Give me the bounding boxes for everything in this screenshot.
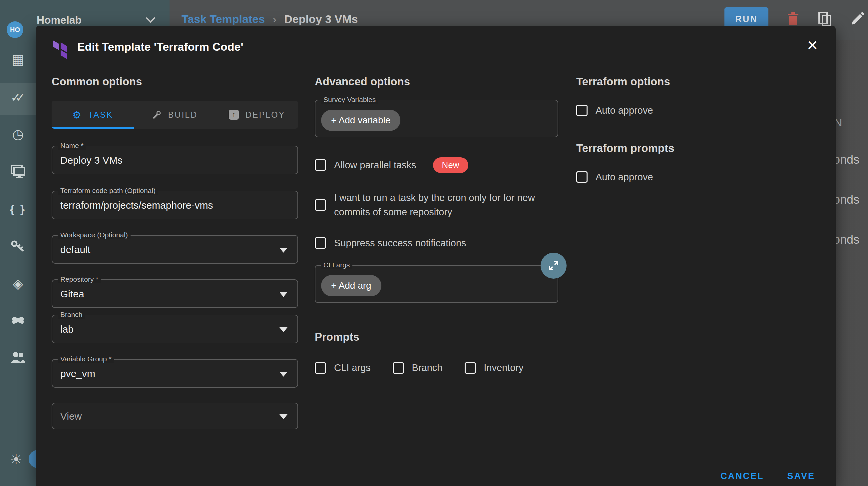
prompt-inventory-checkbox[interactable]: [465, 362, 476, 374]
theme-toggle[interactable]: ☀: [0, 451, 32, 468]
view-select[interactable]: View: [52, 403, 298, 429]
sidebar-item-schedule[interactable]: ◷: [0, 126, 36, 142]
sun-icon: ☀: [10, 451, 22, 468]
prompt-branch: Branch: [393, 361, 443, 375]
variable-group-select[interactable]: Variable Group * pve_vm: [52, 359, 298, 388]
prompt-cli-args: CLI args: [315, 361, 371, 375]
key-icon: [11, 240, 25, 254]
prompts-row: CLI args Branch Inventory: [315, 361, 558, 375]
breadcrumb-task-templates[interactable]: Task Templates: [182, 13, 265, 25]
code-path-field[interactable]: Terraform code path (Optional) terraform…: [52, 191, 298, 219]
workspace-select[interactable]: Workspace (Optional) default: [52, 235, 298, 264]
edit-template-dialog: Edit Template 'Terraform Code' ✕ Common …: [36, 26, 836, 486]
tf-prompt-auto-approve-row: Auto approve: [576, 170, 816, 184]
dropdown-caret-icon: [279, 327, 287, 332]
cron-commits-label: I want to run a task by the cron only fo…: [334, 191, 549, 219]
suppress-notifications-row: Suppress success notifications: [315, 236, 558, 250]
close-icon[interactable]: ✕: [804, 37, 821, 54]
table-row-fragment: onds: [833, 233, 859, 247]
sidebar-item-team[interactable]: [0, 349, 36, 365]
tab-build-label: BUILD: [168, 110, 198, 120]
branch-select[interactable]: Branch lab: [52, 315, 298, 343]
suppress-notifications-label: Suppress success notifications: [334, 236, 466, 250]
tf-prompt-auto-approve-checkbox[interactable]: [576, 171, 588, 183]
branch-select-value: lab: [60, 324, 73, 335]
breadcrumb: Task Templates › Deploy 3 VMs: [182, 13, 358, 26]
delete-icon[interactable]: [785, 11, 801, 27]
dialog-footer: CANCEL SAVE: [720, 471, 815, 481]
dropdown-caret-icon: [279, 372, 287, 377]
chevron-down-icon[interactable]: [147, 13, 155, 21]
tab-deploy[interactable]: ↑ DEPLOY: [216, 101, 298, 128]
template-type-tabs: ⚙ TASK BUILD ↑ DEPLOY: [52, 101, 298, 128]
tab-task-label: TASK: [88, 110, 113, 120]
suppress-notifications-checkbox[interactable]: [315, 237, 326, 249]
allow-parallel-checkbox[interactable]: [315, 159, 326, 171]
code-path-field-value: terraform/projects/semaphore-vms: [60, 200, 213, 211]
workspace-select-label: Workspace (Optional): [58, 231, 130, 239]
add-variable-button[interactable]: + Add variable: [321, 110, 400, 131]
dropdown-caret-icon: [279, 414, 287, 419]
name-field-value: Deploy 3 VMs: [60, 155, 123, 166]
prompt-inventory: Inventory: [465, 361, 524, 375]
prompt-cli-args-label: CLI args: [334, 361, 371, 375]
table-row-fragment: onds: [833, 153, 859, 167]
variable-group-select-value: pve_vm: [60, 368, 95, 379]
save-button[interactable]: SAVE: [787, 471, 815, 481]
name-field[interactable]: Name * Deploy 3 VMs: [52, 146, 298, 174]
repository-select-label: Repository *: [58, 275, 101, 283]
dialog-title: Edit Template 'Terraform Code': [77, 40, 244, 53]
sidebar-item-key-store[interactable]: [0, 239, 36, 255]
cli-args-fieldset: CLI args + Add arg: [315, 265, 558, 303]
survey-variables-legend: Survey Variables: [321, 96, 378, 104]
tab-build[interactable]: BUILD: [134, 101, 216, 128]
sidebar-item-variable-groups[interactable]: { }: [0, 201, 36, 217]
repository-select[interactable]: Repository * Gitea: [52, 279, 298, 308]
table-row-fragment: onds: [833, 193, 859, 207]
tf-auto-approve-row: Auto approve: [576, 103, 816, 117]
edit-icon[interactable]: [849, 11, 865, 27]
cron-commits-row: I want to run a task by the cron only fo…: [315, 190, 558, 220]
advanced-options-column: Advanced options Survey Variables + Add …: [315, 75, 558, 375]
code-path-field-label: Terraform code path (Optional): [58, 187, 158, 195]
copy-icon[interactable]: [817, 11, 833, 27]
breadcrumb-separator: ›: [268, 13, 281, 25]
terraform-options-column: Terraform options Auto approve Terraform…: [576, 75, 816, 184]
cancel-button[interactable]: CANCEL: [720, 471, 764, 481]
tf-prompt-auto-approve-label: Auto approve: [595, 170, 653, 184]
deploy-icon: ↑: [229, 110, 239, 120]
sidebar-item-dashboard[interactable]: ▦: [0, 51, 36, 67]
terraform-logo-icon: [53, 40, 68, 59]
advanced-options-heading: Advanced options: [315, 75, 558, 88]
tab-deploy-label: DEPLOY: [246, 110, 285, 120]
cron-commits-checkbox[interactable]: [315, 199, 326, 211]
project-avatar: HO: [7, 21, 23, 38]
common-options-column: Common options ⚙ TASK BUILD ↑ DEPLOY: [52, 75, 298, 429]
sidebar-item-repositories[interactable]: ◈: [0, 276, 36, 292]
app-root: HO Homelab ▦ ✓✓ ◷ { }: [0, 0, 868, 486]
breadcrumb-current: Deploy 3 VMs: [284, 13, 358, 25]
wrench-icon: [152, 110, 161, 119]
expand-editor-button[interactable]: [540, 253, 566, 279]
branch-select-label: Branch: [58, 311, 85, 319]
name-field-label: Name *: [58, 142, 86, 150]
add-arg-button[interactable]: + Add arg: [321, 275, 381, 296]
clock-icon: ◷: [12, 127, 24, 141]
allow-parallel-label: Allow parallel tasks: [334, 158, 416, 172]
gear-icon: ⚙: [72, 109, 81, 121]
tab-task[interactable]: ⚙ TASK: [52, 101, 134, 128]
new-badge: New: [433, 157, 468, 173]
sidebar-item-integrations[interactable]: [0, 312, 36, 328]
cli-args-legend: CLI args: [321, 261, 352, 269]
sidebar-item-task-templates[interactable]: ✓✓: [0, 90, 36, 106]
prompt-branch-checkbox[interactable]: [393, 362, 404, 374]
project-name: Homelab: [37, 14, 82, 26]
team-icon: [10, 351, 26, 363]
dashboard-icon: ▦: [12, 53, 24, 66]
check-all-icon: ✓✓: [11, 92, 25, 104]
tf-auto-approve-checkbox[interactable]: [576, 105, 588, 116]
sidebar-item-inventory[interactable]: [0, 164, 36, 180]
tf-auto-approve-label: Auto approve: [595, 103, 653, 118]
prompt-cli-args-checkbox[interactable]: [315, 362, 326, 374]
integrations-icon: [11, 314, 25, 327]
